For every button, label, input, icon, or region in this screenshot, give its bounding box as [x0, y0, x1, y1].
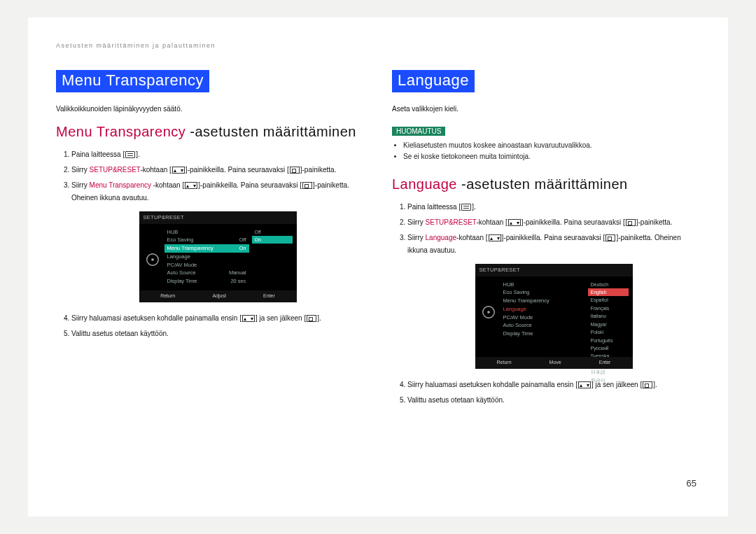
note-item: Se ei koske tietokoneen muita toimintoja… — [403, 151, 700, 162]
updown-icon — [489, 234, 501, 241]
columns: Menu Transparency Valikkoikkunoiden läpi… — [56, 70, 700, 409]
section-desc: Aseta valikkojen kieli. — [392, 105, 700, 113]
osd-values: Off On — [252, 228, 293, 291]
svg-point-3 — [487, 311, 490, 314]
subsection-title: Language -asetusten määrittäminen — [392, 176, 700, 192]
enter-icon — [290, 167, 300, 174]
osd-row: Display Time20 sec — [164, 277, 249, 286]
updown-icon — [242, 315, 255, 322]
osd-row: PC/AV Mode — [164, 261, 249, 269]
col-right: Language Aseta valikkojen kieli. HUOMAUT… — [392, 70, 700, 409]
enter-icon — [302, 182, 312, 189]
page-number: 65 — [687, 478, 696, 489]
step-2: Siirry SETUP&RESET-kohtaan []-painikkeil… — [71, 164, 364, 176]
section-title-menu-transparency: Menu Transparency — [56, 70, 209, 92]
step-2: Siirry SETUP&RESET-kohtaan []-painikkeil… — [407, 216, 700, 229]
menu-icon — [125, 151, 135, 158]
enter-icon — [626, 219, 636, 226]
osd-row: Eco SavingOff — [164, 236, 249, 244]
subsection-title: Menu Transparency -asetusten määrittämin… — [56, 124, 364, 140]
osd-row: PC/AV Mode — [500, 314, 585, 322]
section-desc: Valikkoikkunoiden läpinäkyvyyden säätö. — [56, 105, 364, 113]
section-title-language: Language — [392, 70, 475, 92]
osd-row: HUB — [164, 228, 249, 237]
osd-screenshot-transparency: SETUP&RESET HUB Eco SavingOff Menu Trans… — [139, 211, 297, 302]
dial-icon — [144, 228, 162, 291]
osd-row-highlight: Menu TransparencyOn — [164, 244, 249, 253]
enter-icon — [307, 315, 316, 322]
note-item: Kieliasetusten muutos koskee ainoastaan … — [403, 140, 700, 151]
osd-menu: HUB Eco SavingOff Menu TransparencyOn La… — [164, 228, 249, 291]
osd-footer: Return Adjust Enter — [139, 290, 297, 302]
enter-icon — [643, 381, 652, 388]
note-badge: HUOMAUTUS — [392, 127, 445, 136]
osd-row: Menu Transparency — [500, 297, 585, 305]
manual-page: Asetusten määrittäminen ja palauttaminen… — [28, 17, 728, 517]
osd-row: Eco Saving — [500, 288, 585, 297]
dial-icon — [479, 281, 498, 344]
note-list: Kieliasetusten muutos koskee ainoastaan … — [403, 140, 700, 162]
step-4: Siirry haluamasi asetuksen kohdalle pain… — [71, 312, 364, 325]
osd-row-highlight: Language — [500, 305, 585, 314]
osd-row: HUB — [500, 281, 585, 289]
step-5: Valittu asetus otetaan käyttöön. — [407, 394, 700, 407]
osd-screenshot-language: SETUP&RESET HUB Eco Saving Menu Transpar… — [475, 264, 633, 369]
osd-row: Display Time — [500, 330, 585, 338]
step-5: Valittu asetus otetaan käyttöön. — [71, 328, 364, 340]
menu-icon — [461, 204, 471, 211]
updown-icon — [172, 167, 185, 174]
updown-icon — [578, 381, 591, 388]
osd-row: Auto SourceManual — [164, 269, 249, 277]
osd-row: Language — [164, 253, 249, 261]
steps-list: Paina laitteessa []. Siirry SETUP&RESET-… — [71, 148, 364, 340]
step-1: Paina laitteessa []. — [71, 148, 364, 161]
svg-point-1 — [151, 258, 154, 261]
step-3: Siirry Language-kohtaan []-painikkeilla.… — [407, 232, 700, 369]
osd-footer: Return Move Enter — [475, 357, 633, 369]
enter-icon — [606, 234, 615, 241]
page-header-sub: Asetusten määrittäminen ja palauttaminen — [56, 42, 700, 49]
col-left: Menu Transparency Valikkoikkunoiden läpi… — [56, 70, 364, 409]
updown-icon — [508, 219, 521, 226]
steps-list: Paina laitteessa []. Siirry SETUP&RESET-… — [407, 201, 700, 407]
step-3: Siirry Menu Transparency -kohtaan []-pai… — [71, 179, 364, 302]
updown-icon — [185, 182, 197, 189]
osd-row: Auto Source — [500, 321, 585, 330]
step-1: Paina laitteessa []. — [407, 201, 700, 213]
